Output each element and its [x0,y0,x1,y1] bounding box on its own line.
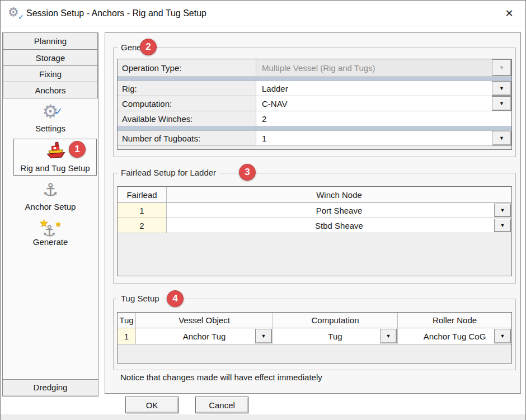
winch-node-column-header: Winch Node [167,187,511,202]
dropdown-button[interactable]: ▼ [494,204,511,217]
tug-setup-legend: Tug Setup [118,294,162,303]
sidebar: Planning Storage Fixing Anchors ⚙✓ Setti… [2,32,98,397]
app-gear-check-icon: ⚙ ✓ [8,5,22,21]
number-of-tugboats-select[interactable]: 1 ▼ [256,131,511,145]
sidebar-item-settings[interactable]: ⚙✓ Settings [3,101,98,133]
sidebar-tab-dredging[interactable]: Dredging [3,379,98,395]
sidebar-item-label: Anchor Setup [3,202,98,211]
sidebar-item-generate[interactable]: ⚓ ★ ★ Generate [3,215,98,247]
generate-anchor-stars-icon: ⚓ ★ ★ [38,215,63,237]
dropdown-button[interactable]: ▼ [492,81,511,96]
table-row: 1 Anchor Tug ▼ Tug ▼ Anchor Tug CoG ▼ [118,328,511,345]
available-winches-label: Available Winches: [118,111,256,126]
check-icon: ✓ [18,13,24,21]
dropdown-button[interactable]: ▼ [492,131,511,145]
sidebar-tab-anchors[interactable]: Anchors [3,82,98,98]
close-button[interactable]: ✕ [499,5,520,22]
settings-gear-icon: ⚙✓ [40,101,60,121]
table-row: 2 Stbd Sheave ▼ [118,218,511,233]
chevron-down-icon: ▼ [500,208,505,213]
rig-label: Rig: [118,81,256,96]
sidebar-tab-fixing[interactable]: Fixing [3,65,98,82]
winch-node-select[interactable]: Port Sheave ▼ [167,203,511,218]
general-table: Operation Type: Multiple Vessel (Rig and… [117,59,512,150]
dropdown-button: ▼ [492,59,511,76]
roller-node-select[interactable]: Anchor Tug CoG ▼ [398,328,511,344]
sidebar-tabs: Planning Storage Fixing Anchors [3,33,98,98]
roller-node-column-header: Roller Node [398,313,511,328]
cancel-button[interactable]: Cancel [195,397,248,413]
callout-badge-1: 1 [69,141,86,158]
computation-label: Computation: [118,96,256,111]
winch-node-select[interactable]: Stbd Sheave ▼ [167,218,511,233]
sidebar-tab-storage[interactable]: Storage [3,49,98,66]
table-row: 1 Port Sheave ▼ [118,203,511,218]
sidebar-tab-planning[interactable]: Planning [3,33,98,50]
table-row: Available Winches: 2 [118,111,511,126]
tug-computation-select[interactable]: Tug ▼ [273,328,398,344]
chevron-down-icon: ▼ [499,86,504,91]
tugboat-icon [43,140,68,161]
fairlead-number-cell: 2 [118,218,167,233]
table-row: Rig: Ladder ▼ [118,81,511,96]
tug-header-row: Tug Vessel Object Computation Roller Nod… [118,313,511,328]
dropdown-button[interactable]: ▼ [380,329,397,343]
operation-type-label: Operation Type: [118,59,256,76]
available-winches-field[interactable]: 2 [256,111,511,126]
anchor-icon: ⚓ [43,180,58,200]
sidebar-item-label: Rig and Tug Setup [14,163,96,173]
table-footer-strip [118,145,511,149]
window-title: Session Setup - Anchors - Rig and Tug Se… [26,1,206,26]
notice-text: Notice that changes made will have effec… [120,372,322,382]
tug-column-header: Tug [118,313,136,328]
table-row: Computation: C-NAV ▼ [118,96,511,111]
operation-type-select: Multiple Vessel (Rig and Tugs) ▼ [256,59,511,76]
sidebar-item-anchor-setup[interactable]: ⚓ Anchor Setup [3,180,98,211]
callout-badge-4: 4 [167,290,184,307]
separator-row [118,76,511,81]
number-of-tugboats-label: Number of Tugboats: [118,131,256,145]
table-empty-area [118,233,511,276]
close-icon: ✕ [505,7,513,20]
dropdown-button[interactable]: ▼ [255,329,272,343]
main-panel: General Operation Type: Multiple Vessel … [105,32,521,394]
sidebar-item-rig-and-tug-setup[interactable]: Rig and Tug Setup [13,139,97,176]
fairlead-number-cell: 1 [118,203,167,218]
fairlead-legend: Fairlead Setup for Ladder [118,168,219,177]
window-bottom-strip [1,414,525,420]
fairlead-column-header: Fairlead [118,187,167,202]
sidebar-item-label: Settings [3,124,98,133]
dialog-window: ⚙ ✓ Session Setup - Anchors - Rig and Tu… [0,0,526,420]
vessel-object-column-header: Vessel Object [136,313,273,328]
rig-select[interactable]: Ladder ▼ [256,81,511,96]
fairlead-table: Fairlead Winch Node 1 Port Sheave ▼ 2 St… [117,186,512,276]
ok-button[interactable]: OK [125,397,179,413]
dropdown-button[interactable]: ▼ [494,219,511,232]
callout-badge-3: 3 [239,164,256,181]
table-row: Number of Tugboats: 1 ▼ [118,130,511,145]
dropdown-button[interactable]: ▼ [494,329,511,343]
chevron-down-icon: ▼ [500,223,505,228]
chevron-down-icon: ▼ [261,334,266,339]
chevron-down-icon: ▼ [499,136,504,141]
chevron-down-icon: ▼ [499,101,504,106]
fairlead-header-row: Fairlead Winch Node [118,187,511,203]
gear-icon: ⚙ [8,5,19,19]
table-empty-area [118,345,511,363]
dropdown-button[interactable]: ▼ [492,96,511,111]
chevron-down-icon: ▼ [499,65,504,70]
separator-row [118,126,511,130]
chevron-down-icon: ▼ [500,334,505,339]
table-row: Operation Type: Multiple Vessel (Rig and… [118,59,511,76]
computation-select[interactable]: C-NAV ▼ [256,96,511,111]
tug-number-cell: 1 [118,328,136,344]
vessel-object-select[interactable]: Anchor Tug ▼ [136,328,273,344]
tug-table: Tug Vessel Object Computation Roller Nod… [117,312,512,364]
callout-badge-2: 2 [140,39,157,55]
chevron-down-icon: ▼ [386,334,391,339]
computation-column-header: Computation [273,313,398,328]
title-bar: ⚙ ✓ Session Setup - Anchors - Rig and Tu… [1,1,525,26]
